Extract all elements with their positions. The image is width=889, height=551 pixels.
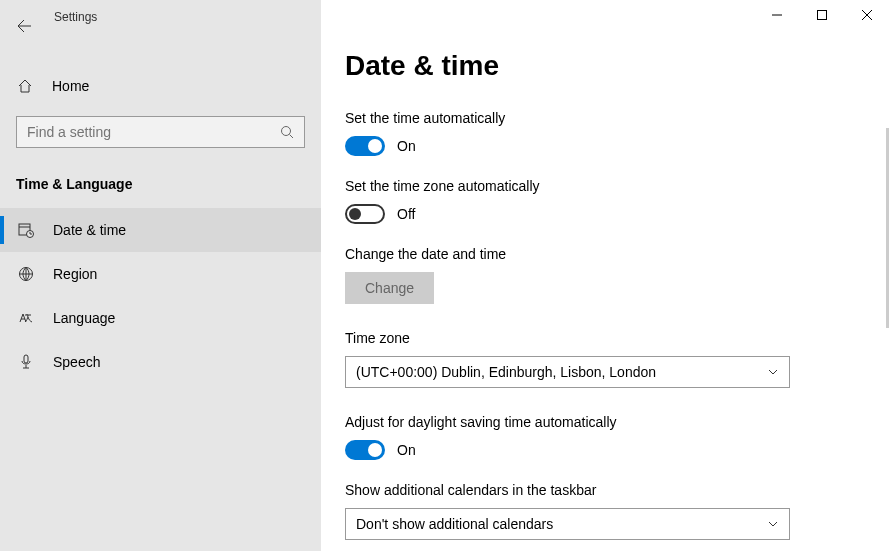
minimize-icon xyxy=(772,10,782,20)
sidebar-item-region[interactable]: Region xyxy=(0,252,321,296)
dst-label: Adjust for daylight saving time automati… xyxy=(345,414,889,430)
additional-cal-value: Don't show additional calendars xyxy=(356,516,553,532)
language-icon xyxy=(17,310,35,326)
home-nav[interactable]: Home xyxy=(0,68,321,104)
dst-state: On xyxy=(397,442,416,458)
back-button[interactable] xyxy=(4,8,44,44)
app-title: Settings xyxy=(54,10,97,24)
additional-cal-dropdown[interactable]: Don't show additional calendars xyxy=(345,508,790,540)
sidebar-item-label: Language xyxy=(53,310,115,326)
set-tz-auto-toggle[interactable] xyxy=(345,204,385,224)
home-label: Home xyxy=(52,78,89,94)
minimize-button[interactable] xyxy=(754,0,799,30)
sidebar-item-date-time[interactable]: Date & time xyxy=(0,208,321,252)
sidebar: Settings Home Time & Language Date & tim… xyxy=(0,0,321,551)
window-controls xyxy=(754,0,889,30)
sidebar-item-speech[interactable]: Speech xyxy=(0,340,321,384)
category-label: Time & Language xyxy=(16,176,321,192)
search-input[interactable] xyxy=(27,124,280,140)
sidebar-item-label: Region xyxy=(53,266,97,282)
chevron-down-icon xyxy=(767,518,779,530)
set-time-auto-state: On xyxy=(397,138,416,154)
page-title: Date & time xyxy=(345,50,889,82)
set-tz-auto-label: Set the time zone automatically xyxy=(345,178,889,194)
search-box[interactable] xyxy=(16,116,305,148)
maximize-button[interactable] xyxy=(799,0,844,30)
timezone-value: (UTC+00:00) Dublin, Edinburgh, Lisbon, L… xyxy=(356,364,656,380)
set-time-auto-label: Set the time automatically xyxy=(345,110,889,126)
set-time-auto-toggle[interactable] xyxy=(345,136,385,156)
microphone-icon xyxy=(17,354,35,370)
svg-point-0 xyxy=(282,127,291,136)
calendar-clock-icon xyxy=(17,222,35,238)
search-icon xyxy=(280,125,294,139)
arrow-left-icon xyxy=(16,18,32,34)
sidebar-item-label: Speech xyxy=(53,354,100,370)
svg-rect-5 xyxy=(817,11,826,20)
timezone-label: Time zone xyxy=(345,330,889,346)
content-area: Date & time Set the time automatically O… xyxy=(321,0,889,551)
additional-cal-label: Show additional calendars in the taskbar xyxy=(345,482,889,498)
set-tz-auto-state: Off xyxy=(397,206,415,222)
change-button[interactable]: Change xyxy=(345,272,434,304)
change-dt-label: Change the date and time xyxy=(345,246,889,262)
timezone-dropdown[interactable]: (UTC+00:00) Dublin, Edinburgh, Lisbon, L… xyxy=(345,356,790,388)
dst-toggle[interactable] xyxy=(345,440,385,460)
maximize-icon xyxy=(817,10,827,20)
close-icon xyxy=(862,10,872,20)
sidebar-item-language[interactable]: Language xyxy=(0,296,321,340)
home-icon xyxy=(16,78,34,94)
close-button[interactable] xyxy=(844,0,889,30)
svg-rect-4 xyxy=(24,355,28,363)
globe-icon xyxy=(17,266,35,282)
sidebar-item-label: Date & time xyxy=(53,222,126,238)
chevron-down-icon xyxy=(767,366,779,378)
